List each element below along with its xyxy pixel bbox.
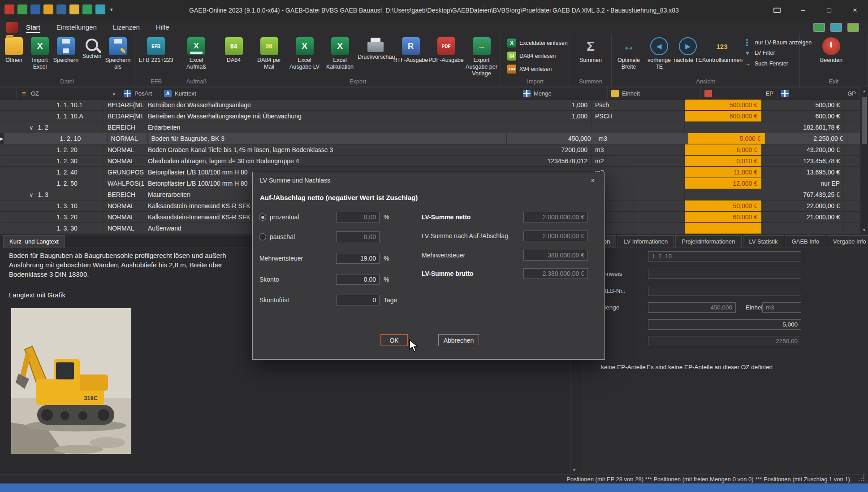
x94-einlesen-button[interactable]: X94 einlesen bbox=[507, 65, 552, 74]
ribbon-tab-bar: Start Einstellungen Lizenzen Hilfe bbox=[0, 21, 868, 34]
header-einheit[interactable]: Einheit bbox=[608, 87, 701, 99]
prozentual-radio[interactable] bbox=[259, 213, 266, 221]
table-row-selected[interactable]: 1. 2. 10 NORMAL Boden für Baugrube, BK 3… bbox=[0, 133, 860, 144]
window-title: GAEB-Online 2023 (9.1.0.0-x64) - GAEB-Da… bbox=[0, 0, 868, 21]
close-button[interactable]: × bbox=[842, 0, 868, 21]
dock-window-button[interactable] bbox=[764, 0, 790, 21]
cell-einheit bbox=[592, 189, 685, 200]
rtf-ausgabe-button[interactable]: RTF-Ausgabe bbox=[393, 36, 428, 64]
tab-lv-statistik[interactable]: LV Statistik bbox=[743, 235, 784, 248]
beenden-button[interactable]: Beenden bbox=[812, 36, 850, 64]
da84-einlesen-button[interactable]: DA84 einlesen bbox=[507, 52, 556, 61]
header-menge[interactable]: Menge bbox=[519, 87, 608, 99]
group-aufmass: Excel Aufmaß Aufmaß bbox=[178, 34, 215, 87]
speichern-button[interactable]: Speichern bbox=[53, 36, 79, 64]
group-efb: EFB 221+223 EFB bbox=[134, 34, 178, 87]
scroll-down-icon[interactable]: ▼ bbox=[570, 466, 578, 474]
einheit-label: Einheit bbox=[746, 302, 764, 313]
excel-kalkulation-button[interactable]: Excel Kalkulation bbox=[322, 36, 358, 70]
kontrollsummen-button[interactable]: Kontrollsummen bbox=[702, 36, 742, 64]
excel-aufmass-button[interactable]: Excel Aufmaß bbox=[179, 36, 213, 70]
export-vorlage-button[interactable]: Export Ausgabe per Vorlage bbox=[464, 36, 499, 77]
tab-hilfe[interactable]: Hilfe bbox=[148, 21, 177, 34]
dialog-close-icon[interactable]: × bbox=[587, 176, 598, 186]
monitor-sync-icon[interactable] bbox=[847, 23, 859, 32]
row-gutter bbox=[0, 133, 4, 144]
da84-button[interactable]: DA84 bbox=[216, 36, 251, 64]
header-gp[interactable]: GP bbox=[777, 87, 860, 99]
speichern-als-button[interactable]: Speichern als bbox=[105, 36, 131, 70]
druckvorschau-button[interactable]: Druckvorschau bbox=[358, 36, 393, 61]
tab-start[interactable]: Start bbox=[18, 21, 48, 34]
window-bottom-strip bbox=[0, 483, 868, 492]
einheit-field[interactable]: m3 bbox=[762, 302, 801, 313]
cell-ep: 50,000 € bbox=[685, 200, 761, 211]
ok-button[interactable]: OK bbox=[380, 334, 408, 346]
exceldatei-einlesen-button[interactable]: Exceldatei einlesen bbox=[507, 39, 568, 48]
oeffnen-button[interactable]: Öffnen bbox=[1, 36, 27, 64]
tab-lizenzen[interactable]: Lizenzen bbox=[105, 21, 148, 34]
tab-vergabe-info[interactable]: Vergabe Info bbox=[827, 235, 868, 248]
tab-kurz-langtext[interactable]: Kurz- und Langtext bbox=[3, 235, 65, 248]
collapse-chevron-icon[interactable] bbox=[29, 191, 34, 198]
table-scrollbar[interactable]: ▲ ▼ bbox=[860, 87, 868, 234]
previous-icon bbox=[650, 37, 668, 55]
table-row[interactable]: 1. 2. 30 NORMAL Oberboden abtragen, lage… bbox=[0, 156, 860, 167]
header-ep[interactable]: EP bbox=[701, 87, 777, 99]
vorherige-te-button[interactable]: vorherige TE bbox=[645, 36, 674, 70]
tab-lv-informationen[interactable]: LV Informationen bbox=[618, 235, 674, 248]
tab-projektinformationen[interactable]: Projektinformationen bbox=[675, 235, 741, 248]
minimize-button[interactable]: – bbox=[790, 0, 816, 21]
table-row[interactable]: 1. 2 BEREICH Erdarbeiten 182.601,78 € bbox=[0, 122, 860, 133]
scroll-up-icon[interactable]: ▲ bbox=[860, 87, 868, 95]
group-summen: Summen Summen bbox=[570, 34, 612, 87]
header-oz[interactable]: OZ ▲ bbox=[17, 87, 120, 99]
lv-netto-field: 2.000.000,00 € bbox=[523, 212, 588, 222]
table-row[interactable]: 1. 1. 10.1 BEDARF(MI... Betreiben der Wa… bbox=[0, 100, 860, 111]
import-excel-button[interactable]: Import Excel bbox=[27, 36, 53, 70]
pdf-ausgabe-button[interactable]: PDF-Ausgabe bbox=[428, 36, 464, 64]
header-posart[interactable]: PosArt bbox=[120, 87, 160, 99]
scroll-down-icon[interactable]: ▼ bbox=[860, 226, 868, 234]
efb-button[interactable]: EFB 221+223 bbox=[135, 36, 177, 64]
oz-field[interactable]: 1. 2. 10 bbox=[648, 251, 801, 261]
menge-field[interactable]: 450,000 bbox=[648, 302, 736, 313]
skontofrist-field[interactable]: 0 bbox=[336, 295, 380, 305]
suchen-button[interactable]: Suchen bbox=[79, 36, 105, 60]
collapse-chevron-icon[interactable] bbox=[29, 124, 34, 131]
table-row[interactable]: 1. 2. 20 NORMAL Boden Graben Kanal Tiefe… bbox=[0, 144, 860, 156]
stlb-field[interactable] bbox=[648, 286, 801, 296]
table-row[interactable]: 1. 1. 10.A BEDARF(MI... Betreiben der Wa… bbox=[0, 111, 860, 122]
pauschal-radio[interactable] bbox=[259, 233, 266, 240]
cell-kurztext: Betreiben der Wasserhaltungsanlage mit Ü… bbox=[144, 111, 503, 122]
excel-ausgabe-lv-button[interactable]: Excel Ausgabe LV bbox=[287, 36, 322, 70]
da84-file-icon bbox=[225, 37, 243, 55]
cell-oz: 1. 2. 40 bbox=[0, 167, 104, 178]
mwst-field[interactable]: 19,00 bbox=[336, 253, 380, 264]
optimale-breite-button[interactable]: Optimale Breite bbox=[613, 36, 645, 70]
grid-icon bbox=[523, 90, 531, 97]
da84-mail-button[interactable]: DA84 per Mail bbox=[251, 36, 287, 70]
summen-button[interactable]: Summen bbox=[571, 36, 610, 64]
naechste-te-button[interactable]: nächste TE bbox=[674, 36, 702, 64]
resize-grip-icon[interactable] bbox=[863, 480, 864, 481]
button-label: Such-Fenster bbox=[755, 61, 788, 67]
tab-einstellungen[interactable]: Einstellungen bbox=[48, 21, 105, 34]
ep-field[interactable]: 5,000 bbox=[648, 319, 801, 330]
abbrechen-button[interactable]: Abbrechen bbox=[438, 334, 479, 346]
scroll-thumb[interactable] bbox=[862, 97, 867, 144]
cell-posart: NORMAL bbox=[104, 144, 144, 155]
tab-gaeb-info[interactable]: GAEB Info bbox=[786, 235, 825, 248]
percent-label: % bbox=[384, 212, 389, 222]
maximize-button[interactable]: □ bbox=[816, 0, 842, 21]
monitor-export-icon[interactable] bbox=[813, 23, 825, 32]
header-kurztext[interactable]: Kurztext bbox=[160, 87, 519, 99]
da84-mail-icon bbox=[260, 37, 278, 55]
monitor-import-icon[interactable] bbox=[830, 23, 842, 32]
ribbon-app-icon[interactable] bbox=[6, 22, 18, 33]
button-label: LV Filter bbox=[755, 50, 775, 56]
hinweis-field[interactable] bbox=[648, 269, 801, 279]
cell-einheit: m3 bbox=[592, 144, 685, 155]
skonto-field[interactable]: 0,00 bbox=[336, 274, 380, 285]
cell-gp: 2.250,00 € bbox=[765, 133, 847, 144]
